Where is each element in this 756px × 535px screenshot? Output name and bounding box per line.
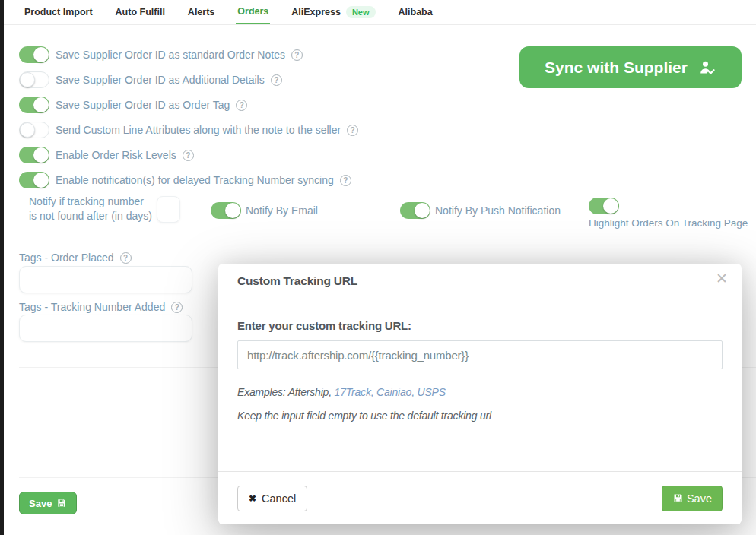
notify-email-label: Notify By Email: [246, 204, 318, 217]
help-icon[interactable]: ?: [171, 302, 183, 313]
tags-tracking-added-label-row: Tags - Tracking Number Added ?: [19, 301, 183, 313]
toggle-knob: [20, 122, 35, 138]
toggle-knob: [33, 147, 49, 163]
cancel-label: Cancel: [262, 492, 296, 505]
cancel-button[interactable]: ✖ Cancel: [237, 486, 307, 511]
window-edge: [0, 0, 4, 535]
help-icon[interactable]: ?: [340, 175, 351, 186]
close-icon[interactable]: ✕: [716, 271, 728, 286]
help-icon[interactable]: ?: [347, 125, 358, 136]
setting-row: Save Supplier Order ID as standard Order…: [19, 46, 303, 63]
toggle-save-additional-details[interactable]: [19, 71, 49, 88]
tab-label: Auto Fulfill: [116, 7, 165, 17]
tags-order-placed-label: Tags - Order Placed: [19, 252, 114, 264]
examples-line: Examples: Aftership, 17Track, Cainiao, U…: [237, 386, 723, 398]
page-save-button[interactable]: Save: [19, 492, 77, 514]
tab-label: Alerts: [188, 7, 214, 17]
setting-row: Save Supplier Order ID as Order Tag ?: [19, 97, 247, 113]
tab-label: Product Import: [24, 7, 93, 17]
notify-email-row: Notify By Email: [211, 202, 318, 219]
new-badge: New: [346, 6, 376, 18]
examples-links[interactable]: 17Track, Cainiao, USPS: [335, 386, 446, 398]
tracking-url-label: Enter your custom tracking URL:: [237, 319, 723, 332]
tab-label: AliExpress: [291, 7, 341, 17]
tags-tracking-added-input[interactable]: [19, 315, 192, 342]
examples-prefix: Examples: Aftership,: [237, 386, 332, 398]
toggle-knob: [20, 72, 35, 87]
help-icon[interactable]: ?: [120, 252, 132, 264]
modal-title: Custom Tracking URL: [237, 274, 357, 288]
toggle-knob: [225, 203, 240, 218]
save-floppy-icon: [56, 498, 67, 508]
toggle-custom-line-attributes[interactable]: [19, 122, 49, 138]
setting-label: Save Supplier Order ID as standard Order…: [56, 49, 285, 61]
custom-tracking-url-modal: Custom Tracking URL ✕ Enter your custom …: [218, 264, 742, 524]
setting-label: Enable notification(s) for delayed Track…: [56, 174, 334, 186]
setting-label: Save Supplier Order ID as Order Tag: [56, 99, 230, 111]
highlight-orders-row: [589, 198, 619, 214]
top-nav: Product Import Auto Fulfill Alerts Order…: [4, 0, 756, 25]
notify-push-row: Notify By Push Notification: [400, 202, 561, 219]
toggle-notify-push[interactable]: [400, 202, 430, 219]
toggle-notify-email[interactable]: [211, 202, 241, 219]
setting-row: Send Custom Line Attributes along with t…: [19, 122, 358, 138]
help-icon[interactable]: ?: [236, 100, 247, 111]
toggle-knob: [33, 97, 49, 112]
modal-body: Enter your custom tracking URL: Examples…: [218, 299, 742, 422]
help-icon[interactable]: ?: [291, 49, 303, 61]
setting-row: Enable Order Risk Levels ?: [19, 147, 194, 163]
days-input[interactable]: [157, 196, 180, 223]
notify-push-label: Notify By Push Notification: [435, 204, 561, 217]
toggle-knob: [415, 203, 430, 218]
toggle-knob: [33, 173, 49, 188]
setting-label: Enable Order Risk Levels: [56, 149, 176, 161]
help-icon[interactable]: ?: [183, 150, 194, 161]
help-icon[interactable]: ?: [271, 74, 282, 86]
modal-save-button[interactable]: Save: [662, 486, 723, 511]
setting-label: Save Supplier Order ID as Additional Det…: [56, 74, 265, 86]
tab-label: Orders: [237, 6, 268, 17]
modal-footer: ✖ Cancel Save: [218, 471, 742, 524]
sync-with-supplier-button[interactable]: Sync with Supplier: [519, 46, 742, 88]
tags-tracking-added-label: Tags - Tracking Number Added: [19, 301, 165, 313]
tab-orders[interactable]: Orders: [236, 0, 270, 24]
toggle-save-order-notes[interactable]: [19, 46, 49, 63]
toggle-order-risk-levels[interactable]: [19, 147, 49, 163]
save-floppy-icon: [672, 492, 684, 504]
tracking-url-input[interactable]: [237, 340, 723, 369]
modal-header: Custom Tracking URL ✕: [218, 264, 742, 299]
tab-auto-fulfill[interactable]: Auto Fulfill: [114, 0, 167, 24]
tags-order-placed-label-row: Tags - Order Placed ?: [19, 252, 132, 264]
cancel-x-icon: ✖: [249, 493, 256, 504]
tab-alerts[interactable]: Alerts: [186, 0, 216, 24]
tab-product-import[interactable]: Product Import: [23, 0, 94, 24]
toggle-knob: [603, 198, 618, 214]
user-check-icon: [698, 59, 716, 77]
toggle-delayed-tracking-notifications[interactable]: [19, 172, 49, 188]
tags-order-placed-input[interactable]: [19, 266, 192, 293]
highlight-orders-label: Highlight Orders On Tracking Page: [589, 217, 756, 229]
default-tracking-note: Keep the input field empty to use the de…: [237, 410, 723, 422]
notify-days-label: Notify if tracking number is not found a…: [29, 195, 152, 223]
tab-label: Alibaba: [399, 7, 433, 17]
toggle-knob: [33, 47, 49, 62]
page: Product Import Auto Fulfill Alerts Order…: [0, 0, 756, 535]
setting-row: Save Supplier Order ID as Additional Det…: [19, 71, 282, 88]
toggle-highlight-orders[interactable]: [589, 198, 619, 214]
setting-label: Send Custom Line Attributes along with t…: [56, 124, 341, 136]
setting-row: Enable notification(s) for delayed Track…: [19, 172, 351, 188]
sync-button-label: Sync with Supplier: [545, 59, 688, 77]
tab-alibaba[interactable]: Alibaba: [397, 0, 434, 24]
modal-save-label: Save: [687, 492, 712, 505]
toggle-save-order-tag[interactable]: [19, 97, 49, 113]
page-save-label: Save: [29, 498, 52, 509]
tab-aliexpress[interactable]: AliExpress New: [290, 0, 376, 24]
